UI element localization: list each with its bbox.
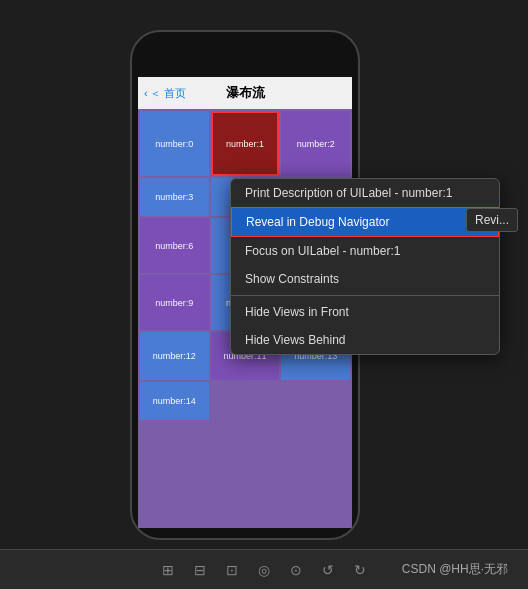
cell-label: number:14 [153,396,196,406]
cell-label: number:3 [155,192,193,202]
context-menu-item-show-constraints[interactable]: Show Constraints [231,265,499,293]
side-label-text: Revi... [475,213,509,227]
cell-label: number:1 [226,139,264,149]
bottom-icon-4[interactable]: ◎ [258,562,270,578]
cell-label: number:0 [155,139,193,149]
page-title: 瀑布流 [226,84,265,102]
context-menu-item-label: Hide Views in Front [245,305,349,319]
bottom-bar: ⊞ ⊟ ⊡ ◎ ⊙ ↺ ↻ CSDN @HH思·无邪 [0,549,528,589]
cell-2: number:2 [281,111,350,176]
context-menu: Print Description of UILabel - number:1 … [230,178,500,355]
phone-notch [215,40,275,52]
context-menu-item-label: Print Description of UILabel - number:1 [245,186,452,200]
back-button[interactable]: ‹ ＜ 首页 [144,86,186,101]
context-menu-item-label: Reveal in Debug Navigator [246,215,389,229]
context-menu-item-hide-behind[interactable]: Hide Views Behind [231,326,499,354]
bottom-icon-5[interactable]: ⊙ [290,562,302,578]
context-menu-item-label: Focus on UILabel - number:1 [245,244,400,258]
cell-14: number:14 [140,382,209,420]
cell-1: number:1 [211,111,280,176]
back-chevron-icon: ‹ [144,87,148,99]
context-menu-item-reveal[interactable]: Reveal in Debug Navigator [231,207,499,237]
cell-label: number:9 [155,298,193,308]
cell-9: number:9 [140,275,209,330]
side-label: Revi... [466,208,518,232]
bottom-icon-1[interactable]: ⊞ [162,562,174,578]
cell-12: number:12 [140,332,209,380]
bottom-icon-2[interactable]: ⊟ [194,562,206,578]
back-label: ＜ 首页 [150,86,186,101]
cell-6: number:6 [140,218,209,273]
bottom-branding: CSDN @HH思·无邪 [402,561,508,578]
context-menu-item-label: Hide Views Behind [245,333,346,347]
context-menu-item-print[interactable]: Print Description of UILabel - number:1 [231,179,499,207]
context-menu-item-label: Show Constraints [245,272,339,286]
nav-bar: ‹ ＜ 首页 瀑布流 [138,77,352,109]
bottom-icon-3[interactable]: ⊡ [226,562,238,578]
cell-label: number:12 [153,351,196,361]
bottom-icon-7[interactable]: ↻ [354,562,366,578]
context-menu-item-focus[interactable]: Focus on UILabel - number:1 [231,237,499,265]
context-menu-item-hide-front[interactable]: Hide Views in Front [231,298,499,326]
bottom-icon-6[interactable]: ↺ [322,562,334,578]
cell-3: number:3 [140,178,209,216]
main-container: ‹ ＜ 首页 瀑布流 number:0 number:1 number:2 nu… [0,0,528,589]
context-menu-separator [231,295,499,296]
cell-label: number:2 [297,139,335,149]
cell-0: number:0 [140,111,209,176]
cell-label: number:6 [155,241,193,251]
